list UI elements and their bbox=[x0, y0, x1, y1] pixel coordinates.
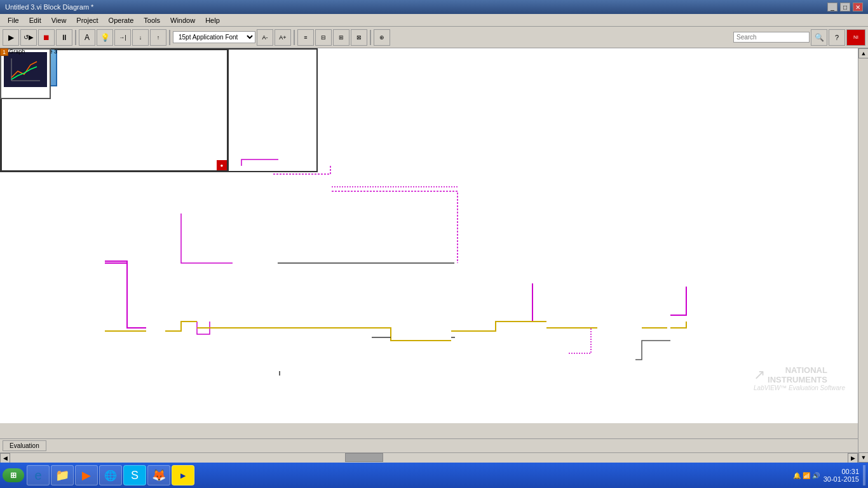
font-larger-button[interactable]: A+ bbox=[275, 29, 291, 46]
taskbar-labview-icon[interactable]: ▶ bbox=[172, 465, 194, 485]
system-clock: 00:31 30-01-2015 bbox=[824, 468, 859, 483]
clock-time: 00:31 bbox=[824, 468, 859, 475]
tray-icons: 🔔 📶 🔊 bbox=[793, 472, 820, 479]
taskbar-ie-icon[interactable]: e bbox=[27, 465, 50, 485]
toolbar: ▶ ↺▶ ⏹ ⏸ A 💡 →| ↓ ↑ 15pt Application Fon… bbox=[0, 27, 868, 48]
taskbar-media-icon[interactable]: ▶ bbox=[75, 465, 98, 485]
align-button[interactable]: ≡ bbox=[297, 29, 314, 46]
text-settings-button[interactable]: A bbox=[79, 29, 95, 46]
vscroll-down-button[interactable]: ▼ bbox=[858, 452, 868, 463]
window-controls[interactable]: _ □ ✕ bbox=[827, 3, 863, 11]
step-into-button[interactable]: ↓ bbox=[132, 29, 149, 46]
font-smaller-button[interactable]: A- bbox=[257, 29, 273, 46]
close-button[interactable]: ✕ bbox=[853, 3, 863, 11]
search-button[interactable]: 🔍 bbox=[811, 29, 827, 46]
toolbar-sep1 bbox=[75, 30, 76, 45]
taskbar: ⊞ e 📁 ▶ 🌐 S 🦊 ▶ 🔔 📶 🔊 00:31 30-01-2015 bbox=[0, 463, 868, 488]
menu-view[interactable]: View bbox=[46, 15, 72, 25]
ni-logo-line1: NATIONAL bbox=[768, 365, 827, 375]
menu-help[interactable]: Help bbox=[200, 15, 225, 25]
taskbar-system-tray: 🔔 📶 🔊 00:31 30-01-2015 bbox=[793, 465, 865, 485]
hscroll-thumb[interactable] bbox=[345, 453, 383, 462]
taskbar-skype-icon[interactable]: S bbox=[123, 465, 146, 485]
clock-date: 30-01-2015 bbox=[824, 475, 859, 483]
start-button[interactable]: ⊞ bbox=[3, 468, 24, 482]
vscroll-track[interactable] bbox=[858, 58, 868, 452]
pause-button[interactable]: ⏸ bbox=[56, 29, 72, 46]
reorder-button[interactable]: ⊠ bbox=[351, 29, 367, 46]
hscroll-track[interactable] bbox=[10, 453, 848, 463]
show-desktop-button[interactable] bbox=[863, 465, 865, 485]
toolbar-sep2 bbox=[169, 30, 170, 45]
ni-logo-line2: INSTRUMENTS bbox=[768, 375, 827, 384]
toolbar-sep4 bbox=[370, 30, 371, 45]
maximize-button[interactable]: □ bbox=[840, 3, 850, 11]
menu-window[interactable]: Window bbox=[165, 15, 200, 25]
horizontal-scrollbar[interactable]: ◀ ▶ bbox=[0, 452, 858, 463]
run-button[interactable]: ▶ bbox=[3, 29, 19, 46]
evaluation-tab[interactable]: Evaluation bbox=[3, 440, 46, 451]
block-diagram-canvas[interactable]: VOLT:LEV 1 CURR:LEV 0 OUTP ON CURR:LEV 1… bbox=[0, 48, 858, 423]
title-bar: Untitled 3.vi Block Diagram * _ □ ✕ bbox=[0, 0, 868, 14]
ni-logo-watermark: ↗ NATIONAL INSTRUMENTS LabVIEW™ Evaluati… bbox=[754, 365, 845, 391]
xy-graph-display bbox=[4, 52, 47, 87]
abort-button[interactable]: ⏹ bbox=[38, 29, 55, 46]
hscroll-right-button[interactable]: ▶ bbox=[848, 453, 858, 463]
run-continuously-button[interactable]: ↺▶ bbox=[20, 29, 37, 46]
xy-graph-container bbox=[0, 48, 51, 99]
step-out-button[interactable]: ↑ bbox=[150, 29, 166, 46]
hscroll-left-button[interactable]: ◀ bbox=[0, 453, 10, 463]
xy-graph-svg bbox=[8, 55, 43, 84]
search-input[interactable] bbox=[733, 32, 810, 43]
menu-tools[interactable]: Tools bbox=[139, 15, 165, 25]
taskbar-chrome-icon[interactable]: 🌐 bbox=[99, 465, 122, 485]
vscroll-up-button[interactable]: ▲ bbox=[858, 48, 868, 58]
taskbar-firefox-icon[interactable]: 🦊 bbox=[147, 465, 170, 485]
taskbar-apps: e 📁 ▶ 🌐 S 🦊 ▶ bbox=[27, 465, 793, 485]
menu-operate[interactable]: Operate bbox=[104, 15, 139, 25]
menu-project[interactable]: Project bbox=[71, 15, 103, 25]
ni-icon-button[interactable]: NI bbox=[846, 29, 865, 46]
resize-button[interactable]: ⊞ bbox=[333, 29, 349, 46]
ni-logo-line3: LabVIEW™ Evaluation Software bbox=[754, 384, 845, 391]
distribute-button[interactable]: ⊟ bbox=[315, 29, 332, 46]
vertical-scrollbar[interactable]: ▲ ▼ bbox=[858, 48, 868, 463]
toolbar-sep3 bbox=[294, 30, 295, 45]
window-title: Untitled 3.vi Block Diagram * bbox=[5, 3, 93, 11]
help-context-button[interactable]: ? bbox=[829, 29, 845, 46]
menu-edit[interactable]: Edit bbox=[24, 15, 46, 25]
menu-file[interactable]: File bbox=[3, 15, 24, 25]
minimize-button[interactable]: _ bbox=[827, 3, 837, 11]
menu-bar: File Edit View Project Operate Tools Win… bbox=[0, 14, 868, 27]
font-selector[interactable]: 15pt Application Font bbox=[173, 31, 255, 43]
highlight-button[interactable]: 💡 bbox=[97, 29, 113, 46]
iteration-count-box: 1 bbox=[0, 48, 8, 56]
snap-button[interactable]: ⊕ bbox=[374, 29, 390, 46]
tab-bar: Evaluation bbox=[0, 438, 868, 452]
step-over-button[interactable]: →| bbox=[114, 29, 131, 46]
taskbar-files-icon[interactable]: 📁 bbox=[51, 465, 74, 485]
